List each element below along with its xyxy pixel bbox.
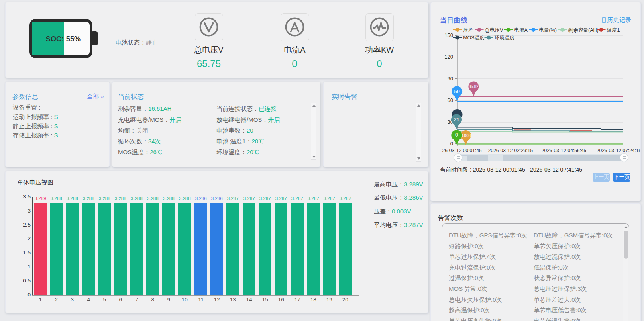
svg-text:65.82: 65.82 <box>469 84 479 89</box>
svg-text:0: 0 <box>450 141 453 147</box>
svg-text:0: 0 <box>455 132 458 138</box>
svg-text:压差: 压差 <box>463 27 473 33</box>
svg-text:21: 21 <box>454 117 459 123</box>
svg-text:0.003: 0.003 <box>461 133 471 138</box>
svg-text:2026-03-12 02:29:15: 2026-03-12 02:29:15 <box>488 148 533 153</box>
svg-text:环境温度: 环境温度 <box>494 35 515 41</box>
svg-text:120: 120 <box>444 54 453 60</box>
svg-text:26-03-12 00:01:45: 26-03-12 00:01:45 <box>442 148 482 153</box>
svg-text:59: 59 <box>454 89 460 94</box>
svg-text:电量(%): 电量(%) <box>539 27 557 33</box>
svg-text:MOS温度: MOS温度 <box>463 35 484 41</box>
svg-text:150: 150 <box>444 32 453 38</box>
svg-text:60: 60 <box>448 97 453 103</box>
svg-text:剩余容量(AH): 剩余容量(AH) <box>568 27 599 33</box>
svg-text:2026-03-12 07:24:15: 2026-03-12 07:24:15 <box>597 148 640 153</box>
svg-text:2026-03-12 04:56:45: 2026-03-12 04:56:45 <box>542 148 587 153</box>
svg-text:总电压V: 总电压V <box>485 27 504 33</box>
svg-text:温度1: 温度1 <box>607 27 620 33</box>
svg-text:电流A: 电流A <box>514 27 528 33</box>
svg-text:90: 90 <box>448 76 453 82</box>
